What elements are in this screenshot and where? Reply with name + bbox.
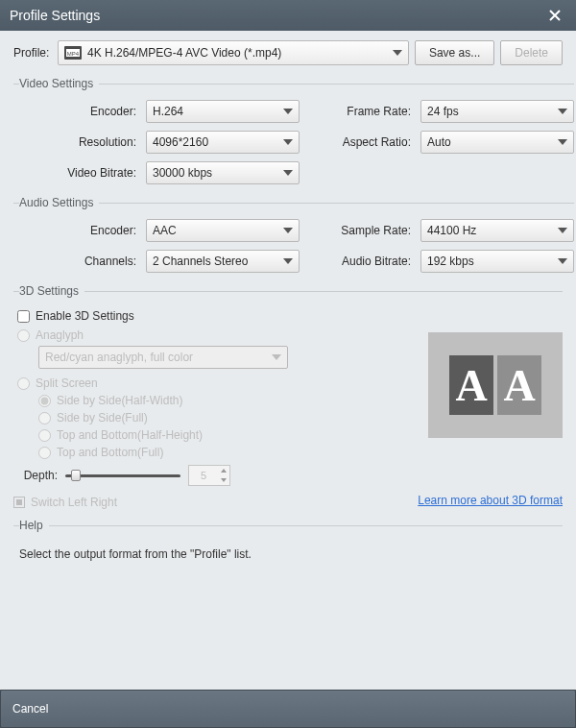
- chevron-down-icon: [283, 258, 293, 264]
- sbs-full-row: Side by Side(Full): [38, 411, 409, 425]
- help-group: Help Select the output format from the "…: [13, 519, 563, 567]
- cancel-button[interactable]: Cancel: [0, 690, 576, 728]
- sbs-full-label: Side by Side(Full): [57, 411, 148, 425]
- depth-slider[interactable]: [65, 468, 180, 483]
- depth-spinner: 5: [188, 465, 230, 486]
- chevron-down-icon: [283, 170, 293, 176]
- svg-text:MP4: MP4: [67, 51, 80, 57]
- enable-3d-row[interactable]: Enable 3D Settings: [17, 309, 409, 323]
- preview-letter-right: A: [497, 355, 541, 415]
- frame-rate-select[interactable]: 24 fps: [420, 100, 574, 123]
- switch-checkbox-icon: [13, 497, 25, 508]
- video-settings-group: Video Settings Encoder: H.264 Frame Rate…: [13, 77, 574, 190]
- anaglyph-label: Anaglyph: [36, 328, 84, 342]
- anaglyph-row: Anaglyph: [17, 328, 409, 342]
- aspect-ratio-label: Aspect Ratio:: [307, 135, 413, 149]
- chevron-down-icon: [558, 139, 567, 145]
- resolution-label: Resolution:: [13, 135, 138, 149]
- chevron-down-icon: [558, 228, 567, 233]
- chevron-down-icon: [283, 109, 293, 114]
- video-encoder-select[interactable]: H.264: [146, 100, 300, 123]
- profile-select[interactable]: MP4 4K H.264/MPEG-4 AVC Video (*.mp4): [58, 40, 409, 65]
- save-as-button[interactable]: Save as...: [415, 40, 494, 65]
- delete-button: Delete: [500, 40, 563, 65]
- chevron-down-icon: [558, 258, 567, 264]
- tab-half-radio: [38, 429, 51, 442]
- audio-bitrate-select[interactable]: 192 kbps: [420, 250, 574, 273]
- chevron-down-icon: [393, 50, 402, 56]
- close-button[interactable]: [543, 4, 566, 27]
- sample-rate-label: Sample Rate:: [307, 224, 413, 237]
- chevron-down-icon: [283, 139, 293, 145]
- depth-row: Depth: 5: [13, 465, 409, 486]
- close-icon: [549, 10, 561, 21]
- preview-letter-left: A: [449, 355, 493, 415]
- channels-label: Channels:: [13, 255, 138, 268]
- switch-left-right-label: Switch Left Right: [31, 496, 117, 509]
- anaglyph-radio: [17, 329, 30, 342]
- audio-bitrate-label: Audio Bitrate:: [307, 255, 413, 268]
- chevron-down-icon: [283, 228, 293, 233]
- spinner-up: [218, 466, 229, 475]
- help-text: Select the output format from the "Profi…: [19, 547, 563, 561]
- titlebar: Profile Settings: [0, 0, 576, 31]
- tab-full-row: Top and Bottom(Full): [38, 446, 409, 459]
- window-title: Profile Settings: [10, 8, 543, 23]
- video-encoder-label: Encoder:: [13, 105, 138, 118]
- split-screen-radio: [17, 377, 30, 390]
- audio-encoder-select[interactable]: AAC: [146, 219, 300, 242]
- help-legend: Help: [19, 519, 49, 532]
- video-bitrate-select[interactable]: 30000 kbps: [146, 161, 300, 184]
- learn-more-3d-link[interactable]: Learn more about 3D format: [418, 494, 563, 507]
- depth-value: 5: [189, 470, 218, 481]
- slider-thumb[interactable]: [71, 470, 81, 481]
- aspect-ratio-select[interactable]: Auto: [420, 131, 574, 154]
- depth-label: Depth:: [13, 469, 58, 482]
- split-screen-row: Split Screen: [17, 376, 409, 390]
- footer: Restore Defaults OK Cancel: [0, 690, 576, 728]
- video-bitrate-label: Video Bitrate:: [13, 166, 138, 180]
- spinner-down: [218, 475, 229, 485]
- sample-rate-select[interactable]: 44100 Hz: [420, 219, 574, 242]
- audio-encoder-label: Encoder:: [13, 224, 138, 237]
- profile-label: Profile:: [13, 46, 52, 60]
- tab-half-label: Top and Bottom(Half-Height): [57, 428, 203, 442]
- enable-3d-checkbox[interactable]: [17, 310, 30, 323]
- channels-select[interactable]: 2 Channels Stereo: [146, 250, 300, 273]
- mp4-format-icon: MP4: [64, 46, 82, 60]
- sbs-full-radio: [38, 412, 51, 425]
- 3d-settings-legend: 3D Settings: [19, 284, 84, 298]
- tab-full-radio: [38, 447, 51, 459]
- 3d-settings-group: 3D Settings Enable 3D Settings Anaglyph …: [13, 284, 563, 513]
- chevron-down-icon: [558, 109, 567, 114]
- chevron-down-icon: [272, 354, 281, 360]
- resolution-select[interactable]: 4096*2160: [146, 131, 300, 154]
- tab-full-label: Top and Bottom(Full): [57, 446, 163, 459]
- audio-settings-legend: Audio Settings: [19, 196, 99, 209]
- sbs-half-label: Side by Side(Half-Width): [57, 394, 182, 407]
- sbs-half-radio: [38, 395, 51, 407]
- 3d-preview: A A: [428, 332, 563, 438]
- tab-half-row: Top and Bottom(Half-Height): [38, 428, 409, 442]
- audio-settings-group: Audio Settings Encoder: AAC Sample Rate:…: [13, 196, 574, 279]
- switch-left-right-row: Switch Left Right: [13, 496, 409, 509]
- profile-value: 4K H.264/MPEG-4 AVC Video (*.mp4): [87, 46, 393, 60]
- anaglyph-mode-select: Red/cyan anaglyph, full color: [38, 346, 288, 369]
- frame-rate-label: Frame Rate:: [307, 105, 413, 118]
- profile-row: Profile: MP4 4K H.264/MPEG-4 AVC Video (…: [13, 40, 563, 65]
- enable-3d-label: Enable 3D Settings: [36, 309, 134, 323]
- video-settings-legend: Video Settings: [19, 77, 99, 90]
- sbs-half-row: Side by Side(Half-Width): [38, 394, 409, 407]
- split-screen-label: Split Screen: [36, 376, 98, 390]
